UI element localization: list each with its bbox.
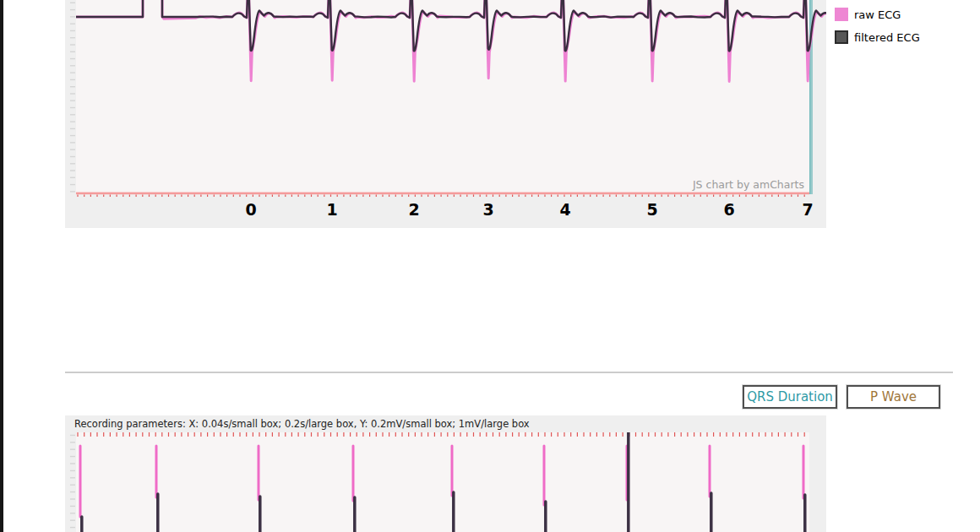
x-axis-label: 4 bbox=[559, 200, 570, 219]
x-axis-label: 5 bbox=[646, 200, 657, 219]
section-divider bbox=[65, 372, 953, 373]
chart-legend: raw ECG filtered ECG bbox=[835, 8, 920, 53]
ecg-bottom-plot[interactable] bbox=[65, 432, 826, 532]
legend-label-filtered-ecg: filtered ECG bbox=[854, 31, 920, 44]
ecg-top-plot[interactable] bbox=[65, 0, 826, 197]
amcharts-watermark[interactable]: JS chart by amCharts bbox=[693, 178, 804, 191]
x-axis-label: 3 bbox=[482, 200, 493, 219]
raw-ecg-swatch bbox=[835, 8, 848, 21]
legend-item-raw-ecg[interactable]: raw ECG bbox=[835, 8, 920, 21]
x-axis-label: 7 bbox=[802, 200, 813, 219]
p-wave-button[interactable]: P Wave bbox=[847, 385, 940, 409]
legend-label-raw-ecg: raw ECG bbox=[854, 8, 901, 21]
page-left-border bbox=[0, 0, 3, 532]
x-axis-label: 2 bbox=[408, 200, 419, 219]
qrs-duration-button[interactable]: QRS Duration bbox=[743, 385, 837, 409]
x-axis-label: 1 bbox=[326, 200, 337, 219]
x-axis-label: 6 bbox=[723, 200, 734, 219]
filtered-ecg-swatch bbox=[835, 30, 848, 44]
recording-parameters: Recording parameters: X: 0.04s/small box… bbox=[74, 418, 530, 430]
x-axis-label: 0 bbox=[245, 200, 256, 219]
ecg-bottom-chart[interactable]: Recording parameters: X: 0.04s/small box… bbox=[65, 415, 826, 532]
ecg-top-chart[interactable]: 01234567 JS chart by amCharts bbox=[65, 0, 826, 228]
legend-item-filtered-ecg[interactable]: filtered ECG bbox=[835, 30, 920, 44]
